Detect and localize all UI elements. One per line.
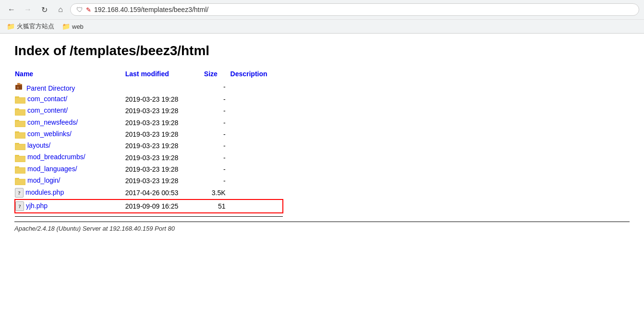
entry-link[interactable]: modules.php <box>25 188 64 196</box>
file-icon: ? <box>15 188 24 198</box>
entry-modified-cell: 2019-03-23 19:28 <box>125 140 204 152</box>
edit-icon: ✎ <box>86 6 91 13</box>
col-modified-header: Last modified <box>125 68 204 80</box>
entry-desc-cell <box>231 80 283 94</box>
desc-sort-link[interactable]: Description <box>231 70 267 78</box>
table-row: mod_login/2019-03-23 19:28- <box>15 175 283 187</box>
table-row: com_weblinks/2019-03-23 19:28- <box>15 129 283 140</box>
col-name-header: Name <box>15 68 125 80</box>
entry-modified-cell: 2017-04-26 00:53 <box>125 187 204 199</box>
entry-link[interactable]: com_content/ <box>27 106 68 114</box>
table-row: ?yjh.php2019-09-09 16:2551 <box>15 199 283 213</box>
entry-link[interactable]: layouts/ <box>27 141 50 149</box>
folder-icon <box>15 176 25 185</box>
col-desc-header: Description <box>231 68 283 80</box>
bookmark-folder-icon-2: 📁 <box>62 23 70 30</box>
svg-rect-18 <box>15 133 25 138</box>
entry-name-cell: com_weblinks/ <box>15 129 125 140</box>
entry-modified-cell: 2019-03-23 19:28 <box>125 129 204 140</box>
home-button[interactable]: ⌂ <box>54 3 67 16</box>
entry-modified-cell: 2019-03-23 19:28 <box>125 105 204 117</box>
table-row: com_content/2019-03-23 19:28- <box>15 105 283 117</box>
bookmark-huohu[interactable]: 📁 火狐官方站点 <box>5 21 56 32</box>
entry-link[interactable]: mod_login/ <box>27 176 61 184</box>
folder-icon <box>15 107 25 116</box>
entry-size-cell: - <box>204 117 231 129</box>
svg-marker-1 <box>17 83 22 85</box>
forward-button[interactable]: → <box>21 3 35 16</box>
folder-icon <box>15 118 25 127</box>
bookmark-folder-icon: 📁 <box>7 23 15 30</box>
table-row: ?modules.php2017-04-26 00:533.5K <box>15 187 283 199</box>
entry-modified-cell: 2019-09-09 16:25 <box>125 199 204 213</box>
entry-name-cell: mod_languages/ <box>15 164 125 175</box>
svg-rect-14 <box>15 121 25 127</box>
shield-icon: 🛡 <box>76 6 83 13</box>
folder-icon <box>15 130 25 139</box>
table-row: com_newsfeeds/2019-03-23 19:28- <box>15 117 283 129</box>
folder-icon <box>15 153 25 162</box>
address-bar: 🛡 ✎ <box>70 3 639 16</box>
table-header-row: Name Last modified Size Description <box>15 68 283 80</box>
entry-desc-cell <box>231 117 283 129</box>
entry-desc-cell <box>231 199 283 213</box>
entry-link[interactable]: mod_languages/ <box>27 165 77 173</box>
table-row: ↑ Parent Directory- <box>15 80 283 94</box>
entry-size-cell: 3.5K <box>204 187 231 199</box>
bookmark-huohu-label: 火狐官方站点 <box>17 22 54 31</box>
bookmark-web[interactable]: 📁 web <box>60 22 85 31</box>
folder-icon <box>15 141 25 150</box>
entry-name-cell: ↑ Parent Directory <box>15 80 125 94</box>
table-row: mod_breadcrumbs/2019-03-23 19:28- <box>15 152 283 163</box>
modified-sort-link[interactable]: Last modified <box>125 70 169 78</box>
entry-modified-cell: 2019-03-23 19:28 <box>125 117 204 129</box>
table-row: mod_languages/2019-03-23 19:28- <box>15 164 283 175</box>
entry-size-cell: - <box>204 129 231 140</box>
browser-chrome: ← → ↻ ⌂ 🛡 ✎ 📁 火狐官方站点 📁 web <box>0 0 644 34</box>
entry-size-cell: - <box>204 140 231 152</box>
entry-size-cell: - <box>204 152 231 163</box>
entry-desc-cell <box>231 187 283 199</box>
table-footer-separator <box>15 213 283 217</box>
entry-desc-cell <box>231 175 283 187</box>
reload-button[interactable]: ↻ <box>37 3 51 16</box>
name-sort-link[interactable]: Name <box>15 70 33 78</box>
col-size-header: Size <box>204 68 231 80</box>
entry-name-cell: layouts/ <box>15 140 125 152</box>
back-button[interactable]: ← <box>5 3 18 16</box>
entry-link[interactable]: com_weblinks/ <box>27 130 72 138</box>
table-row: com_contact/2019-03-23 19:28- <box>15 94 283 105</box>
entry-link[interactable]: com_contact/ <box>27 95 67 103</box>
browser-toolbar: ← → ↻ ⌂ 🛡 ✎ <box>0 0 644 19</box>
entry-desc-cell <box>231 94 283 105</box>
entry-desc-cell <box>231 140 283 152</box>
entry-link[interactable]: mod_breadcrumbs/ <box>27 153 85 161</box>
svg-rect-26 <box>15 156 25 162</box>
entry-size-cell: - <box>204 164 231 175</box>
url-input[interactable] <box>94 6 633 13</box>
svg-rect-10 <box>15 110 25 115</box>
file-icon: ? <box>15 201 24 211</box>
entry-link[interactable]: Parent Directory <box>26 84 75 92</box>
svg-text:↑: ↑ <box>17 85 19 90</box>
folder-icon <box>15 165 25 174</box>
entry-size-cell: 51 <box>204 199 231 213</box>
directory-table: Name Last modified Size Description ↑ <box>14 68 283 217</box>
folder-icon <box>15 95 25 104</box>
entry-name-cell: com_contact/ <box>15 94 125 105</box>
server-footer: Apache/2.4.18 (Ubuntu) Server at 192.168… <box>14 222 630 232</box>
entry-link[interactable]: yjh.php <box>26 202 48 210</box>
entry-desc-cell <box>231 129 283 140</box>
entry-name-cell: com_content/ <box>15 105 125 117</box>
entry-desc-cell <box>231 105 283 117</box>
entry-size-cell: - <box>204 105 231 117</box>
page-content: Index of /templates/beez3/html Name Last… <box>0 34 644 242</box>
parent-dir-icon: ↑ <box>15 81 24 91</box>
entry-size-cell: - <box>204 80 231 94</box>
size-sort-link[interactable]: Size <box>204 70 218 78</box>
entry-modified-cell: 2019-03-23 19:28 <box>125 152 204 163</box>
entry-name-cell: mod_login/ <box>15 175 125 187</box>
entry-name-cell: ?yjh.php <box>15 199 125 213</box>
entry-modified-cell: 2019-03-23 19:28 <box>125 94 204 105</box>
entry-link[interactable]: com_newsfeeds/ <box>27 118 78 126</box>
